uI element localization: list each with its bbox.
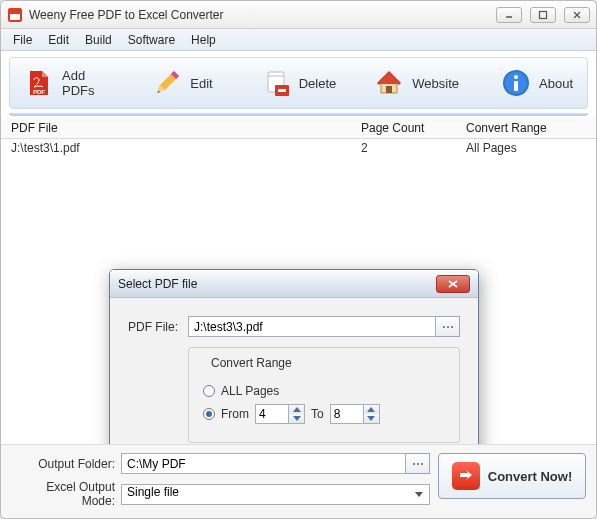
col-page-header[interactable]: Page Count	[361, 121, 466, 135]
from-input[interactable]	[255, 404, 289, 424]
from-up[interactable]	[289, 405, 304, 414]
to-spinner[interactable]	[330, 404, 380, 424]
svg-rect-11	[386, 86, 392, 93]
radio-from-to[interactable]: From To	[203, 404, 445, 424]
browse-output-button[interactable]: ⋯	[406, 453, 430, 474]
website-button[interactable]: Website	[364, 64, 469, 102]
pdf-file-input[interactable]	[188, 316, 436, 337]
titlebar: Weeny Free PDF to Excel Converter	[1, 1, 596, 29]
window-title: Weeny Free PDF to Excel Converter	[29, 8, 496, 22]
website-label: Website	[412, 76, 459, 91]
output-folder-label: Output Folder:	[11, 457, 121, 471]
select-pdf-dialog: Select PDF file PDF File: ⋯ Convert Rang…	[109, 269, 479, 444]
window-controls	[496, 7, 590, 23]
radio-all-pages[interactable]: ALL Pages	[203, 384, 445, 398]
to-input[interactable]	[330, 404, 364, 424]
menu-software[interactable]: Software	[120, 31, 183, 49]
col-range-header[interactable]: Convert Range	[466, 121, 586, 135]
svg-rect-10	[278, 89, 286, 92]
menu-file[interactable]: File	[5, 31, 40, 49]
app-icon	[7, 7, 23, 23]
info-icon	[501, 68, 531, 98]
output-mode-label: Excel Output Mode:	[11, 480, 121, 508]
about-label: About	[539, 76, 573, 91]
svg-rect-4	[540, 11, 547, 18]
about-button[interactable]: About	[491, 64, 583, 102]
radio-icon	[203, 408, 215, 420]
all-pages-label: ALL Pages	[221, 384, 279, 398]
svg-rect-15	[514, 81, 518, 91]
convert-range-label: Convert Range	[207, 356, 296, 370]
convert-range-fieldset: Convert Range ALL Pages From	[188, 347, 460, 443]
to-label: To	[311, 407, 324, 421]
edit-button[interactable]: Edit	[142, 64, 222, 102]
add-pdfs-label: Add PDFs	[62, 68, 114, 98]
pencil-icon	[152, 68, 182, 98]
output-folder-input[interactable]	[121, 453, 406, 474]
delete-button[interactable]: Delete	[251, 64, 347, 102]
from-label: From	[221, 407, 249, 421]
to-up[interactable]	[364, 405, 379, 414]
dialog-close-button[interactable]	[436, 275, 470, 293]
close-button[interactable]	[564, 7, 590, 23]
maximize-button[interactable]	[530, 7, 556, 23]
grid-body: J:\test3\1.pdf 2 All Pages Select PDF fi…	[1, 139, 596, 444]
main-window: Weeny Free PDF to Excel Converter File E…	[0, 0, 597, 519]
from-down[interactable]	[289, 414, 304, 423]
grid-header: PDF File Page Count Convert Range	[1, 118, 596, 139]
svg-point-14	[514, 75, 518, 79]
table-row[interactable]: J:\test3\1.pdf 2 All Pages	[1, 139, 596, 157]
house-icon	[374, 68, 404, 98]
menu-help[interactable]: Help	[183, 31, 224, 49]
convert-label: Convert Now!	[488, 469, 573, 484]
dialog-body: PDF File: ⋯ Convert Range ALL Pages From	[110, 298, 478, 444]
dialog-titlebar: Select PDF file	[110, 270, 478, 298]
convert-icon	[452, 462, 480, 490]
cell-range: All Pages	[466, 141, 586, 155]
edit-label: Edit	[190, 76, 212, 91]
browse-pdf-button[interactable]: ⋯	[436, 316, 460, 337]
add-pdfs-button[interactable]: PDF Add PDFs	[14, 64, 124, 102]
svg-rect-2	[10, 10, 20, 14]
minimize-button[interactable]	[496, 7, 522, 23]
menubar: File Edit Build Software Help	[1, 29, 596, 51]
toolbar: PDF Add PDFs Edit Delete Website About	[9, 57, 588, 109]
to-down[interactable]	[364, 414, 379, 423]
pdf-file-label: PDF File:	[128, 320, 188, 334]
from-spinner[interactable]	[255, 404, 305, 424]
footer: Output Folder: ⋯ Excel Output Mode: Sing…	[1, 444, 596, 518]
output-mode-select[interactable]: Single file	[121, 484, 430, 505]
svg-text:PDF: PDF	[33, 89, 45, 95]
pdf-icon: PDF	[24, 68, 54, 98]
delete-label: Delete	[299, 76, 337, 91]
cell-page: 2	[361, 141, 466, 155]
radio-icon	[203, 385, 215, 397]
toolbar-shadow	[9, 113, 588, 116]
convert-now-button[interactable]: Convert Now!	[438, 453, 586, 499]
cell-file: J:\test3\1.pdf	[11, 141, 361, 155]
output-mode-value: Single file	[127, 485, 179, 499]
col-file-header[interactable]: PDF File	[11, 121, 361, 135]
menu-build[interactable]: Build	[77, 31, 120, 49]
dialog-title: Select PDF file	[118, 277, 436, 291]
menu-edit[interactable]: Edit	[40, 31, 77, 49]
delete-icon	[261, 68, 291, 98]
